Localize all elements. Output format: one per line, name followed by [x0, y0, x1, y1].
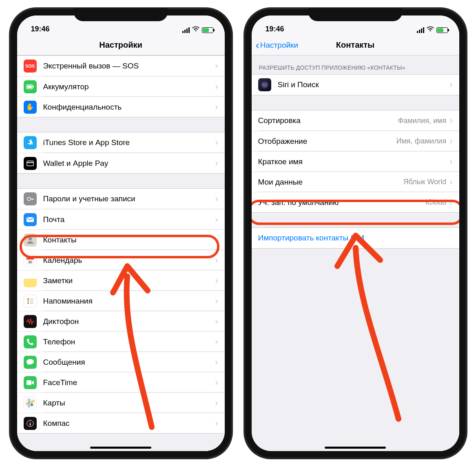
row-label: Краткое имя: [258, 157, 450, 166]
chevron-right-icon: ›: [449, 79, 452, 90]
row-label: Wallet и Apple Pay: [43, 159, 215, 168]
back-button[interactable]: ‹ Настройки: [256, 40, 299, 51]
chevron-right-icon: ›: [215, 102, 218, 112]
svg-rect-17: [27, 380, 31, 385]
row-privacy[interactable]: ✋ Конфиденциальность ›: [17, 97, 225, 117]
row-label: FaceTime: [43, 378, 215, 387]
row-contacts[interactable]: Контакты ›: [17, 229, 225, 250]
row-label: Мои данные: [258, 178, 403, 187]
svg-rect-2: [27, 86, 32, 88]
row-value: iCloud: [425, 198, 446, 207]
hand-icon: ✋: [24, 101, 37, 114]
row-label: Напоминания: [43, 297, 215, 306]
row-display[interactable]: Отображение Имя, фамилия ›: [252, 131, 459, 151]
row-maps[interactable]: Карты ›: [17, 392, 225, 413]
chevron-left-icon: ‹: [256, 40, 259, 51]
notch: [308, 8, 402, 21]
row-phone[interactable]: Телефон ›: [17, 331, 225, 352]
chevron-right-icon: ›: [449, 136, 452, 147]
phone-right: 19:46 ‹ Настройки Контакты РАЗРЕШИТЬ ДОС…: [244, 8, 467, 458]
row-label: Отображение: [258, 137, 396, 146]
svg-rect-9: [27, 258, 34, 260]
row-label: Карты: [43, 399, 215, 408]
chevron-right-icon: ›: [215, 418, 218, 429]
row-wallet[interactable]: Wallet и Apple Pay ›: [17, 153, 225, 173]
svg-rect-16: [30, 303, 33, 304]
key-icon: [24, 192, 37, 205]
wifi-icon: [192, 26, 199, 33]
svg-rect-14: [30, 299, 33, 300]
chevron-right-icon: ›: [215, 296, 218, 306]
chevron-right-icon: ›: [215, 61, 218, 71]
row-default-account[interactable]: Уч. зап. по умолчанию iCloud ›: [252, 192, 459, 212]
chevron-right-icon: ›: [449, 197, 452, 208]
row-label: Заметки: [43, 276, 215, 285]
chevron-right-icon: ›: [449, 156, 452, 167]
voicememo-icon: [24, 315, 37, 328]
status-icons: [417, 26, 448, 33]
row-notes[interactable]: Заметки ›: [17, 270, 225, 291]
row-label: Телефон: [43, 337, 215, 346]
row-label: Аккумулятор: [43, 82, 215, 91]
row-label: Пароли и учетные записи: [43, 194, 215, 203]
reminders-icon: [24, 295, 37, 308]
row-label: Импортировать контакты SIM: [258, 234, 453, 242]
compass-icon: [24, 417, 37, 430]
row-compass[interactable]: Компас ›: [17, 413, 225, 433]
row-label: Почта: [43, 215, 215, 224]
row-battery[interactable]: Аккумулятор ›: [17, 76, 225, 97]
row-shortname[interactable]: Краткое имя ›: [252, 151, 459, 172]
svg-rect-3: [27, 161, 33, 166]
back-label: Настройки: [260, 41, 298, 50]
row-import-sim[interactable]: Импортировать контакты SIM: [252, 228, 459, 248]
phone-icon: [24, 335, 37, 348]
calendar-icon: 30: [24, 254, 37, 267]
chevron-right-icon: ›: [449, 177, 452, 187]
home-indicator: [90, 447, 151, 449]
row-sos[interactable]: SOS Экстренный вызов — SOS ›: [17, 56, 225, 76]
svg-point-5: [27, 197, 31, 200]
phone-left: 19:46 Настройки SOS Экстренный вызов — S…: [10, 8, 232, 458]
row-label: Компас: [43, 419, 215, 428]
row-myinfo[interactable]: Мои данные Яблык World ›: [252, 172, 459, 192]
row-label: Конфиденциальность: [43, 103, 215, 112]
row-siri-search[interactable]: Siri и Поиск ›: [252, 75, 459, 95]
chevron-right-icon: ›: [215, 137, 218, 148]
chevron-right-icon: ›: [215, 158, 218, 169]
battery-row-icon: [24, 80, 37, 93]
siri-icon: [258, 78, 271, 91]
settings-list[interactable]: SOS Экстренный вызов — SOS › Аккумулятор…: [17, 55, 225, 451]
row-label: Календарь: [43, 256, 215, 265]
screen-left: 19:46 Настройки SOS Экстренный вызов — S…: [17, 15, 225, 451]
chevron-right-icon: ›: [215, 316, 218, 327]
svg-point-11: [27, 298, 29, 300]
row-messages[interactable]: Сообщения ›: [17, 352, 225, 372]
mail-icon: [24, 213, 37, 226]
chevron-right-icon: ›: [215, 337, 218, 347]
chevron-right-icon: ›: [215, 214, 218, 225]
svg-rect-15: [30, 301, 33, 302]
page-title: Контакты: [336, 40, 374, 50]
chevron-right-icon: ›: [215, 255, 218, 266]
row-voicememo[interactable]: Диктофон ›: [17, 311, 225, 331]
chevron-right-icon: ›: [215, 357, 218, 368]
svg-point-7: [29, 237, 32, 240]
chevron-right-icon: ›: [215, 82, 218, 92]
row-sort[interactable]: Сортировка Фамилия, имя ›: [252, 110, 459, 131]
row-itunes[interactable]: iTunes Store и App Store ›: [17, 132, 225, 153]
row-facetime[interactable]: FaceTime ›: [17, 372, 225, 392]
cellular-signal-icon: [182, 27, 190, 33]
row-reminders[interactable]: Напоминания ›: [17, 291, 225, 311]
chevron-right-icon: ›: [215, 235, 218, 245]
row-calendar[interactable]: 30 Календарь ›: [17, 250, 225, 270]
section-header-access: РАЗРЕШИТЬ ДОСТУП ПРИЛОЖЕНИЮ «КОНТАКТЫ»: [252, 55, 459, 74]
row-mail[interactable]: Почта ›: [17, 209, 225, 229]
row-label: iTunes Store и App Store: [43, 138, 215, 147]
notch: [74, 8, 168, 21]
messages-icon: [24, 356, 37, 369]
row-passwords[interactable]: Пароли и учетные записи ›: [17, 189, 225, 209]
svg-point-22: [263, 83, 267, 87]
contacts-settings[interactable]: РАЗРЕШИТЬ ДОСТУП ПРИЛОЖЕНИЮ «КОНТАКТЫ» S…: [252, 55, 459, 451]
wifi-icon: [427, 26, 434, 33]
chevron-right-icon: ›: [215, 275, 218, 286]
